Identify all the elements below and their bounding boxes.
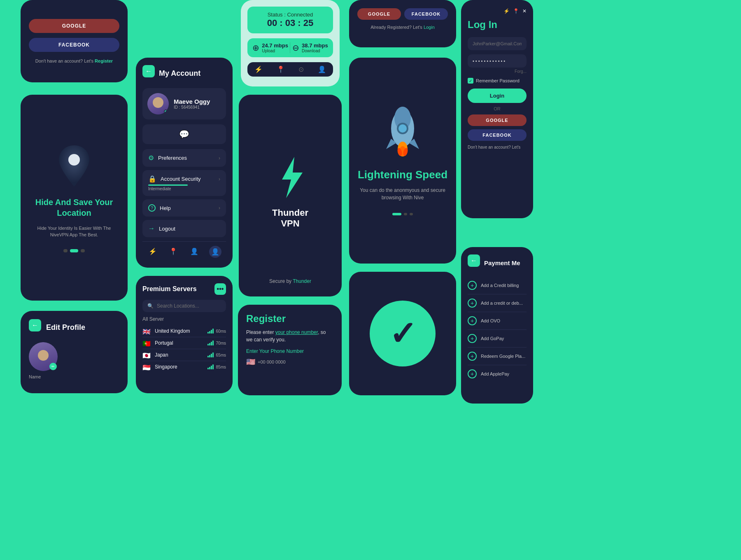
server-portugal-right: 70ms [207,341,226,345]
help-icon: ? [148,204,156,212]
location-card: Hide And Save Your Location Hide Your Id… [21,95,128,301]
payment-ovo[interactable]: + Add OVO [468,312,527,330]
payment-google-play[interactable]: + Redeem Google Pla... [468,348,527,365]
server-uk[interactable]: 🇬🇧 United Kingdom 60ms [142,325,226,337]
login-submit-button[interactable]: Login [468,89,527,103]
help-menu-item[interactable]: ? Help › [142,199,226,217]
nav-account-icon[interactable]: 👤 [209,246,221,258]
location-pin-icon [56,143,93,189]
status-profile-icon[interactable]: 👤 [318,65,326,73]
add-gopay-icon: + [468,334,477,343]
facebook-login-button[interactable]: FACEBOOK [468,129,527,141]
nav-profile-icon[interactable]: 👤 [189,246,200,258]
phone-number-hint: +00 000 0000 [258,359,286,364]
nav-location-icon[interactable]: 📍 [168,246,179,258]
japan-signal [207,352,214,357]
download-arrow-icon: ⊖ [292,43,299,53]
security-level: Intermediate [148,187,171,191]
google-top-button[interactable]: GOOGLE [357,8,401,20]
edit-profile-card: ← Edit Profile ✏ Name [21,311,128,393]
google-play-label: Redeem Google Pla... [481,354,525,359]
security-chevron: › [219,176,220,182]
or-divider: OR [468,106,527,111]
register-prompt: Don't have an account? Let's Register [35,58,113,63]
portugal-ping: 70ms [216,341,226,345]
upload-label: Upload [262,49,288,53]
svg-point-0 [68,154,80,166]
forgot-password-link[interactable]: Forg... [468,69,527,74]
account-back-button[interactable]: ← [142,65,155,77]
uk-ping: 60ms [216,329,226,334]
portugal-name: Portugal [155,340,173,346]
servers-title: Premium Servers [142,285,197,293]
redeem-google-icon: + [468,352,477,361]
chat-icon: 💬 [179,129,189,139]
status-label: Status : Connected [254,12,326,18]
status-card: Status : Connected 00 : 03 : 25 ⊕ 24.7 m… [241,0,340,86]
download-value: 38.7 mbps [302,42,328,49]
help-left: ? Help [148,204,219,212]
remember-checkbox[interactable]: ✓ [468,78,473,84]
svg-marker-1 [282,157,303,198]
servers-menu-button[interactable]: ••• [214,283,226,295]
uk-signal [207,329,214,334]
status-settings-icon[interactable]: ⊙ [298,65,304,73]
uk-flag: 🇬🇧 [142,328,151,334]
phone-input-label: Enter Your Phone Number [246,348,333,354]
payment-back-button[interactable]: ← [468,254,480,267]
payment-gopay[interactable]: + Add GoPay [468,330,527,348]
credit-debit-label: Add a credit or deb... [481,301,523,306]
login-link[interactable]: Login [424,25,435,30]
preferences-left: ⚙ Preferences [148,154,219,162]
payment-applepay[interactable]: + Add ApplePay [468,365,527,383]
server-singapore-right: 85ms [207,364,226,369]
nav-bolt-icon[interactable]: ⚡ [147,246,158,258]
add-applepay-icon: + [468,369,477,378]
speed-divider [290,42,290,53]
register-link[interactable]: Register [95,58,113,63]
back-arrow-icon: ← [32,322,38,329]
edit-avatar-button[interactable]: ✏ [49,363,57,370]
google-login-button[interactable]: GOOGLE [468,114,527,126]
download-info: 38.7 mbps Download [302,42,328,53]
payment-credit-debit[interactable]: + Add a credit or deb... [468,294,527,312]
thunder-vpn-card: Thunder VPN Secure by Thunder [239,95,342,296]
chat-button[interactable]: 💬 [142,124,226,144]
email-input[interactable] [468,37,527,50]
page-dots [392,213,413,215]
account-title: My Account [159,69,200,78]
avatar-head [38,350,49,361]
page-dot-3 [410,213,413,215]
secure-text: Secure by Thunder [269,278,311,284]
status-bolt-icon[interactable]: ⚡ [254,65,263,73]
dots-indicator [63,249,85,252]
server-portugal[interactable]: 🇵🇹 Portugal 70ms [142,337,226,349]
payment-credit-billing[interactable]: + Add a Credit billing [468,277,527,294]
user-profile-row[interactable]: Maeve Oggy ID : 56456941 [142,88,226,119]
user-id: ID : 56456941 [174,105,210,110]
success-card: ✓ [349,272,456,395]
account-security-menu-item[interactable]: 🔒 Account Security › Intermediate [142,170,226,196]
facebook-top-button[interactable]: FACEBOOK [404,8,448,20]
page-dot-2 [404,213,407,215]
register-title: Register [246,313,333,324]
search-input[interactable] [157,303,221,309]
singapore-flag: 🇸🇬 [142,364,151,370]
speed-row: ⊕ 24.7 mbps Upload ⊖ 38.7 mbps Download [247,38,333,57]
search-icon: 🔍 [147,303,154,309]
google-button[interactable]: GOOGLE [29,19,119,33]
preferences-menu-item[interactable]: ⚙ Preferences › [142,149,226,167]
logout-icon: → [148,225,155,232]
password-field[interactable]: •••••••••••• [468,54,527,68]
svg-point-5 [398,124,407,133]
user-avatar [147,93,169,114]
facebook-button[interactable]: FACEBOOK [29,38,119,52]
bolt-status-icon: ⚡ [503,8,510,14]
add-credit-billing-icon: + [468,281,477,290]
back-button[interactable]: ← [29,319,41,331]
location-status-icon: 📍 [513,8,519,14]
logout-menu-item[interactable]: → Logout [142,220,226,237]
server-singapore[interactable]: 🇸🇬 Singapore 85ms [142,361,226,373]
status-location-icon[interactable]: 📍 [277,65,285,73]
server-japan[interactable]: 🇯🇵 Japan 65ms [142,349,226,361]
